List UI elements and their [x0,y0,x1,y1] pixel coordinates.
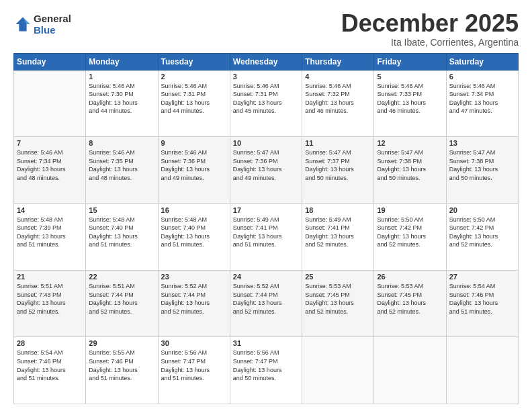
day-number: 19 [377,206,443,214]
day-info: Sunrise: 5:46 AM Sunset: 7:34 PM Dayligh… [449,82,515,116]
day-info: Sunrise: 5:55 AM Sunset: 7:46 PM Dayligh… [89,349,154,382]
col-header-sunday: Sunday [14,53,86,70]
day-info: Sunrise: 5:51 AM Sunset: 7:44 PM Dayligh… [89,282,154,316]
calendar-week-1: 1Sunrise: 5:46 AM Sunset: 7:30 PM Daylig… [14,70,519,136]
calendar-cell: 20Sunrise: 5:50 AM Sunset: 7:42 PM Dayli… [446,203,518,270]
calendar-cell: 23Sunrise: 5:52 AM Sunset: 7:44 PM Dayli… [158,271,230,337]
day-number: 28 [17,339,83,347]
day-number: 12 [377,139,443,147]
day-number: 10 [233,139,299,147]
col-header-tuesday: Tuesday [158,53,230,70]
col-header-monday: Monday [86,53,158,70]
calendar-cell: 17Sunrise: 5:49 AM Sunset: 7:41 PM Dayli… [230,203,302,270]
day-number: 21 [17,273,83,281]
day-info: Sunrise: 5:47 AM Sunset: 7:38 PM Dayligh… [377,148,443,182]
day-number: 16 [161,206,227,214]
day-number: 29 [89,339,154,347]
calendar-cell: 22Sunrise: 5:51 AM Sunset: 7:44 PM Dayli… [86,271,158,337]
logo-text: General Blue [34,13,71,36]
day-number: 15 [89,206,154,214]
calendar-cell: 28Sunrise: 5:54 AM Sunset: 7:46 PM Dayli… [14,337,86,404]
calendar-cell: 5Sunrise: 5:46 AM Sunset: 7:33 PM Daylig… [374,70,446,136]
calendar-header-row: SundayMondayTuesdayWednesdayThursdayFrid… [14,53,519,70]
day-info: Sunrise: 5:48 AM Sunset: 7:39 PM Dayligh… [17,216,83,249]
calendar-week-4: 21Sunrise: 5:51 AM Sunset: 7:43 PM Dayli… [14,271,519,337]
header: General Blue December 2025 Ita Ibate, Co… [13,10,519,48]
day-info: Sunrise: 5:50 AM Sunset: 7:42 PM Dayligh… [377,216,443,249]
day-number: 26 [377,273,443,281]
day-number: 27 [449,273,515,281]
calendar-cell: 25Sunrise: 5:53 AM Sunset: 7:45 PM Dayli… [302,271,374,337]
day-info: Sunrise: 5:48 AM Sunset: 7:40 PM Dayligh… [161,216,227,249]
col-header-saturday: Saturday [446,53,518,70]
calendar-cell: 2Sunrise: 5:46 AM Sunset: 7:31 PM Daylig… [158,70,230,136]
calendar-cell: 8Sunrise: 5:46 AM Sunset: 7:35 PM Daylig… [86,137,158,203]
day-info: Sunrise: 5:47 AM Sunset: 7:37 PM Dayligh… [305,148,371,182]
day-number: 23 [161,273,227,281]
title-section: December 2025 Ita Ibate, Corrientes, Arg… [341,10,519,48]
calendar-cell: 1Sunrise: 5:46 AM Sunset: 7:30 PM Daylig… [86,70,158,136]
calendar-cell: 24Sunrise: 5:52 AM Sunset: 7:44 PM Dayli… [230,271,302,337]
calendar-cell: 21Sunrise: 5:51 AM Sunset: 7:43 PM Dayli… [14,271,86,337]
day-info: Sunrise: 5:46 AM Sunset: 7:35 PM Dayligh… [89,148,154,182]
col-header-thursday: Thursday [302,53,374,70]
day-info: Sunrise: 5:46 AM Sunset: 7:32 PM Dayligh… [305,82,371,116]
calendar-cell: 30Sunrise: 5:56 AM Sunset: 7:47 PM Dayli… [158,337,230,404]
calendar-week-3: 14Sunrise: 5:48 AM Sunset: 7:39 PM Dayli… [14,203,519,270]
day-info: Sunrise: 5:50 AM Sunset: 7:42 PM Dayligh… [449,216,515,249]
day-number: 7 [17,139,83,147]
calendar-cell: 15Sunrise: 5:48 AM Sunset: 7:40 PM Dayli… [86,203,158,270]
location-subtitle: Ita Ibate, Corrientes, Argentina [341,37,519,48]
day-number: 17 [233,206,299,214]
calendar-cell: 4Sunrise: 5:46 AM Sunset: 7:32 PM Daylig… [302,70,374,136]
calendar-cell: 29Sunrise: 5:55 AM Sunset: 7:46 PM Dayli… [86,337,158,404]
day-info: Sunrise: 5:47 AM Sunset: 7:36 PM Dayligh… [233,148,299,182]
calendar-table: SundayMondayTuesdayWednesdayThursdayFrid… [13,53,519,404]
calendar-cell: 16Sunrise: 5:48 AM Sunset: 7:40 PM Dayli… [158,203,230,270]
day-info: Sunrise: 5:46 AM Sunset: 7:33 PM Dayligh… [377,82,443,116]
calendar-cell: 18Sunrise: 5:49 AM Sunset: 7:41 PM Dayli… [302,203,374,270]
calendar-cell: 10Sunrise: 5:47 AM Sunset: 7:36 PM Dayli… [230,137,302,203]
logo: General Blue [13,13,71,36]
day-info: Sunrise: 5:56 AM Sunset: 7:47 PM Dayligh… [161,349,227,382]
logo-line1: General [34,13,71,24]
calendar-cell: 26Sunrise: 5:53 AM Sunset: 7:45 PM Dayli… [374,271,446,337]
day-number: 11 [305,139,371,147]
day-info: Sunrise: 5:54 AM Sunset: 7:46 PM Dayligh… [17,349,83,382]
calendar-week-2: 7Sunrise: 5:46 AM Sunset: 7:34 PM Daylig… [14,137,519,203]
calendar-cell [374,337,446,404]
day-info: Sunrise: 5:54 AM Sunset: 7:46 PM Dayligh… [449,282,515,316]
day-number: 1 [89,73,154,81]
day-info: Sunrise: 5:52 AM Sunset: 7:44 PM Dayligh… [161,282,227,316]
day-info: Sunrise: 5:53 AM Sunset: 7:45 PM Dayligh… [305,282,371,316]
day-info: Sunrise: 5:52 AM Sunset: 7:44 PM Dayligh… [233,282,299,316]
page: General Blue December 2025 Ita Ibate, Co… [0,0,532,411]
calendar-cell: 12Sunrise: 5:47 AM Sunset: 7:38 PM Dayli… [374,137,446,203]
day-number: 30 [161,339,227,347]
calendar-cell: 7Sunrise: 5:46 AM Sunset: 7:34 PM Daylig… [14,137,86,203]
day-info: Sunrise: 5:49 AM Sunset: 7:41 PM Dayligh… [233,216,299,249]
calendar-cell [14,70,86,136]
month-title: December 2025 [341,10,519,37]
calendar-week-5: 28Sunrise: 5:54 AM Sunset: 7:46 PM Dayli… [14,337,519,404]
day-info: Sunrise: 5:49 AM Sunset: 7:41 PM Dayligh… [305,216,371,249]
day-number: 2 [161,73,227,81]
calendar-cell: 27Sunrise: 5:54 AM Sunset: 7:46 PM Dayli… [446,271,518,337]
calendar-cell: 3Sunrise: 5:46 AM Sunset: 7:31 PM Daylig… [230,70,302,136]
day-number: 8 [89,139,154,147]
day-info: Sunrise: 5:47 AM Sunset: 7:38 PM Dayligh… [449,148,515,182]
day-info: Sunrise: 5:46 AM Sunset: 7:36 PM Dayligh… [161,148,227,182]
calendar-cell: 11Sunrise: 5:47 AM Sunset: 7:37 PM Dayli… [302,137,374,203]
day-info: Sunrise: 5:46 AM Sunset: 7:31 PM Dayligh… [161,82,227,116]
calendar-cell [446,337,518,404]
day-number: 13 [449,139,515,147]
calendar-cell: 13Sunrise: 5:47 AM Sunset: 7:38 PM Dayli… [446,137,518,203]
col-header-wednesday: Wednesday [230,53,302,70]
day-info: Sunrise: 5:46 AM Sunset: 7:31 PM Dayligh… [233,82,299,116]
day-number: 24 [233,273,299,281]
day-number: 6 [449,73,515,81]
calendar-cell: 14Sunrise: 5:48 AM Sunset: 7:39 PM Dayli… [14,203,86,270]
day-info: Sunrise: 5:46 AM Sunset: 7:34 PM Dayligh… [17,148,83,182]
day-number: 22 [89,273,154,281]
calendar-cell: 6Sunrise: 5:46 AM Sunset: 7:34 PM Daylig… [446,70,518,136]
